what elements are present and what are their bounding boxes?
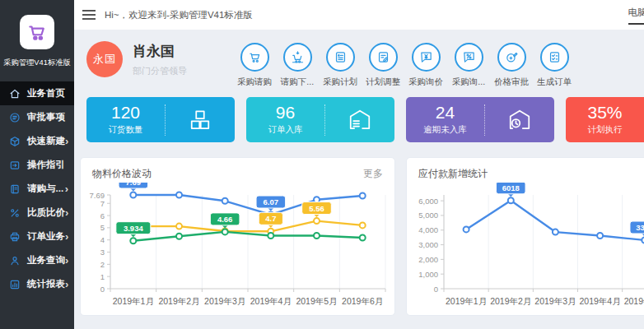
stat-value: 96 — [246, 104, 324, 122]
svg-text:2019年2月: 2019年2月 — [490, 296, 531, 306]
report-icon — [9, 279, 21, 290]
quick-action-8[interactable]: 生成订单 — [533, 43, 576, 88]
home-icon — [9, 88, 21, 100]
stat-label: 订单入库 — [246, 124, 324, 136]
sidebar-item-7[interactable]: 订单业务› — [0, 225, 74, 248]
tab-device-pc[interactable]: 电脑版 — [628, 7, 644, 25]
quick-action-label: 采购请购 — [233, 76, 276, 88]
sidebar-item-6[interactable]: 比质比价› — [0, 201, 74, 225]
quick-action-label: 采购询价 — [404, 76, 447, 88]
chart-card-material-price: 物料价格波动 更多 012345677.692019年1月2019年2月2019… — [80, 157, 395, 316]
sidebar-item-label: 操作指引 — [27, 159, 65, 171]
sidebar-item-label: 快速新建 — [27, 135, 65, 147]
approval-icon — [9, 112, 21, 123]
quick-action-label: 计划调整 — [362, 76, 404, 88]
svg-text:2019年5月: 2019年5月 — [624, 296, 644, 306]
create-icon — [9, 136, 21, 147]
app-window: 采购管理V41标准版 业务首页审批事项快速新建›操作指引请购与...›比质比价›… — [0, 0, 644, 329]
cart-icon — [240, 43, 269, 72]
quick-action-4[interactable]: 计划调整 — [362, 43, 404, 88]
stat-label: 计划执行 — [566, 124, 644, 136]
main-area: Hi~，欢迎来到-采购管理V41标准版 电脑版 永国 肖永国 部门分管领导 采购… — [74, 0, 644, 329]
doc-list-icon — [326, 43, 355, 72]
more-link[interactable]: 更多 — [363, 167, 383, 181]
sidebar-item-1[interactable]: 业务首页 — [0, 81, 74, 105]
stat-card-2[interactable]: 96订单入库 — [246, 97, 394, 142]
svg-text:2019年2月: 2019年2月 — [158, 296, 199, 306]
approval-icon — [9, 112, 21, 123]
svg-text:4: 4 — [100, 235, 105, 244]
chevron-right-icon: › — [65, 279, 68, 290]
svg-text:6: 6 — [100, 211, 105, 220]
quick-action-1[interactable]: 采购请购 — [233, 43, 276, 88]
svg-text:5: 5 — [100, 223, 105, 232]
svg-text:4.66: 4.66 — [217, 215, 233, 224]
sidebar-item-9[interactable]: 统计报表› — [0, 272, 74, 296]
svg-text:4.7: 4.7 — [265, 214, 276, 223]
boxes-icon — [188, 108, 212, 132]
stat-card-4[interactable]: 35%计划执行 — [566, 97, 644, 142]
cart-down-icon — [283, 43, 312, 72]
chat-yen-icon — [412, 43, 441, 72]
sidebar-item-5[interactable]: 请购与...› — [0, 177, 74, 201]
svg-text:6,000: 6,000 — [418, 197, 438, 206]
user-icon — [9, 255, 21, 266]
sidebar-item-8[interactable]: 业务查询› — [0, 248, 74, 272]
svg-text:4,000: 4,000 — [418, 225, 438, 234]
sidebar-item-label: 统计报表 — [27, 278, 65, 290]
user-role: 部门分管领导 — [133, 65, 187, 77]
quick-action-label: 价格审批 — [490, 76, 533, 88]
chat-rate-icon — [462, 50, 476, 64]
quick-action-5[interactable]: 采购询价 — [404, 43, 447, 88]
quick-action-7[interactable]: 价格审批 — [490, 43, 533, 88]
svg-text:6.07: 6.07 — [264, 197, 279, 206]
stat-value: 35% — [566, 104, 644, 122]
svg-text:2: 2 — [100, 260, 105, 269]
topbar: Hi~，欢迎来到-采购管理V41标准版 电脑版 — [74, 0, 644, 30]
quick-action-6[interactable]: 采购询... — [447, 43, 490, 88]
svg-text:5.56: 5.56 — [309, 204, 324, 213]
welcome-text: Hi~，欢迎来到-采购管理V41标准版 — [105, 9, 253, 21]
doc-icon — [9, 183, 21, 195]
cart-down-icon — [291, 50, 305, 64]
stat-card-1[interactable]: 120订货数量 — [86, 97, 235, 142]
doc-list-icon — [334, 50, 348, 64]
doc-edit-icon — [376, 50, 390, 64]
profile-row: 永国 肖永国 部门分管领导 采购请购请购下...采购计划计划调整采购询价采购询.… — [74, 30, 644, 92]
avatar: 永国 — [86, 41, 123, 77]
user-name: 肖永国 — [133, 42, 187, 61]
quick-action-3[interactable]: 采购计划 — [319, 43, 362, 88]
chevron-right-icon: › — [65, 136, 68, 146]
svg-text:2,000: 2,000 — [418, 255, 438, 264]
doc-edit-icon — [369, 43, 398, 72]
user-icon — [9, 255, 21, 266]
report-icon — [9, 279, 21, 290]
chart-card-payables: 应付款新增统计 01,0002,0003,0004,0005,0006,0002… — [406, 157, 644, 316]
svg-text:2019年1月: 2019年1月 — [446, 296, 487, 306]
svg-text:2019年4月: 2019年4月 — [579, 296, 620, 306]
sidebar-item-label: 业务查询 — [27, 254, 65, 266]
sidebar-item-3[interactable]: 快速新建› — [0, 129, 74, 153]
sidebar-item-label: 请购与... — [27, 183, 63, 195]
chart-title: 物料价格波动 — [92, 167, 152, 181]
printer-icon — [9, 231, 21, 243]
app-title: 采购管理V41标准版 — [2, 57, 72, 67]
badge-edit-icon — [497, 43, 526, 72]
hamburger-menu-icon[interactable] — [82, 7, 96, 22]
printer-icon — [9, 231, 21, 243]
svg-text:7.69: 7.69 — [90, 191, 105, 200]
user-profile: 永国 肖永国 部门分管领导 — [86, 41, 233, 77]
sidebar-item-label: 比质比价 — [27, 206, 65, 219]
sidebar-item-2[interactable]: 审批事项 — [0, 105, 74, 129]
warehouse-in-icon — [348, 108, 372, 132]
sidebar-item-4[interactable]: 操作指引 — [0, 153, 74, 177]
svg-text:1: 1 — [100, 272, 105, 281]
sidebar-menu: 业务首页审批事项快速新建›操作指引请购与...›比质比价›订单业务›业务查询›统… — [0, 81, 74, 296]
warehouse-clock-icon — [485, 108, 554, 132]
chevron-right-icon: › — [65, 207, 68, 218]
stat-card-3[interactable]: 24逾期未入库 — [406, 97, 554, 142]
quick-action-2[interactable]: 请购下... — [276, 43, 319, 88]
stat-cards: 120订货数量96订单入库24逾期未入库35%计划执行 — [86, 97, 644, 142]
svg-text:2019年3月: 2019年3月 — [204, 296, 245, 306]
percent-icon — [9, 207, 21, 219]
